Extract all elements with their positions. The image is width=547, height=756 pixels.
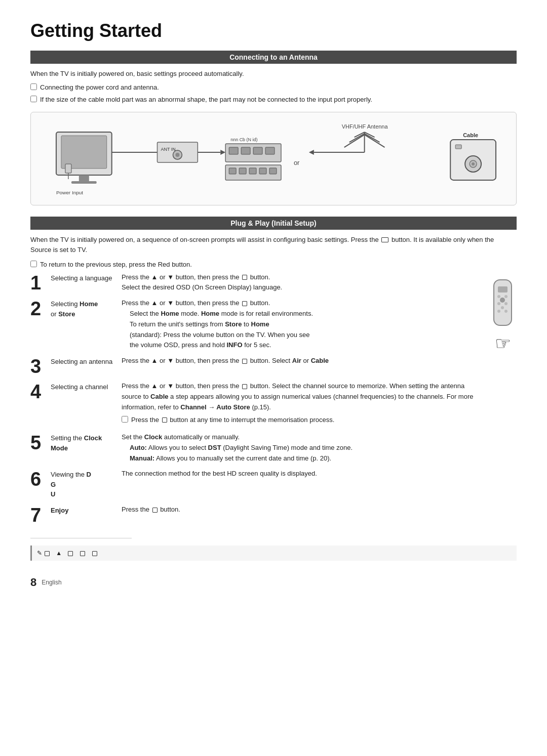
svg-rect-39 xyxy=(455,145,461,149)
enter-icon-7 xyxy=(152,508,158,513)
svg-marker-36 xyxy=(309,150,314,155)
step-1-number: 1 xyxy=(30,273,51,292)
svg-point-48 xyxy=(497,302,500,305)
svg-text:or: or xyxy=(294,158,300,166)
note-box: ✎ ▲ xyxy=(30,545,517,561)
svg-point-47 xyxy=(504,295,507,298)
page-number-area: 8 English xyxy=(30,576,517,589)
step-5: 5 Setting the ClockMode Set the Clock au… xyxy=(30,432,479,464)
note-divider xyxy=(30,538,132,538)
svg-rect-24 xyxy=(249,167,256,174)
step-6-content: The connection method for the best HD sc… xyxy=(122,469,479,479)
svg-rect-44 xyxy=(498,286,507,292)
checkbox-red-button-input[interactable] xyxy=(30,261,37,267)
svg-point-45 xyxy=(500,298,505,303)
section-plug-play-header: Plug & Play (Initial Setup) xyxy=(30,217,517,230)
step-1-label: Selecting a language xyxy=(51,272,122,283)
svg-marker-13 xyxy=(220,150,225,155)
step-5-content: Set the Clock automatically or manually.… xyxy=(122,432,479,464)
svg-rect-23 xyxy=(239,167,246,174)
step-2-label: Selecting Homeor Store xyxy=(51,298,122,319)
antenna-diagram: Power Input ANT IN nnn Cb (N id) or xyxy=(30,112,517,205)
interrupt-checkbox[interactable] xyxy=(122,416,128,423)
section-plug-play: Plug & Play (Initial Setup) When the TV … xyxy=(30,217,517,561)
step-7-content: Press the button. xyxy=(122,505,479,515)
ch-icon xyxy=(80,551,85,556)
svg-text:ANT IN: ANT IN xyxy=(161,147,175,152)
enter-icon-5 xyxy=(162,417,167,423)
svg-point-11 xyxy=(175,153,179,157)
step-6-label: Viewing the DGU xyxy=(51,469,122,499)
step-5-number: 5 xyxy=(30,433,51,452)
step-6: 6 Viewing the DGU The connection method … xyxy=(30,469,479,499)
checkbox-power-cord-input[interactable] xyxy=(30,83,37,90)
step-1: 1 Selecting a language Press the ▲ or ▼ … xyxy=(30,272,479,293)
checkbox-cable-mold-input[interactable] xyxy=(30,96,37,102)
checkbox-red-button: To return to the previous step, press th… xyxy=(30,260,517,270)
step-2: 2 Selecting Homeor Store Press the ▲ or … xyxy=(30,298,479,351)
svg-text:Cable: Cable xyxy=(463,132,478,138)
svg-rect-26 xyxy=(269,167,277,174)
checkbox-power-cord: Connecting the power cord and antenna. xyxy=(30,82,517,93)
svg-point-52 xyxy=(504,310,507,313)
remote-svg xyxy=(489,277,517,338)
antenna-intro: When the TV is initially powered on, bas… xyxy=(30,69,517,79)
step-3-label: Selecting an antenna xyxy=(51,356,122,367)
menu-icon xyxy=(45,551,50,556)
step-4-number: 4 xyxy=(30,382,51,401)
step-4: 4 Selecting a channel Press the ▲ or ▼ b… xyxy=(30,381,479,427)
svg-point-50 xyxy=(501,306,504,309)
step-1-content: Press the ▲ or ▼ button, then press the … xyxy=(122,272,479,293)
section-antenna: Connecting to an Antenna When the TV is … xyxy=(30,51,517,205)
svg-rect-18 xyxy=(265,147,275,154)
svg-point-46 xyxy=(497,295,500,298)
step-4-label: Selecting a channel xyxy=(51,381,122,392)
step-4-content: Press the ▲ or ▼ button, then press the … xyxy=(122,381,479,427)
plug-play-intro: When the TV is initially powered on, a s… xyxy=(30,235,517,256)
step-3-number: 3 xyxy=(30,357,51,376)
enter-note-icon xyxy=(92,551,97,556)
svg-rect-16 xyxy=(241,147,250,154)
svg-line-32 xyxy=(365,134,380,142)
step-7: 7 Enjoy Press the button. xyxy=(30,505,479,525)
svg-text:Power Input: Power Input xyxy=(56,189,83,195)
remote-finger-graphic: ☞ xyxy=(489,277,517,354)
step-7-label: Enjoy xyxy=(51,505,122,516)
source-icon xyxy=(68,551,73,556)
steps-list: 1 Selecting a language Press the ▲ or ▼ … xyxy=(30,272,479,530)
checkbox-red-button-label: To return to the previous step, press th… xyxy=(40,260,192,270)
svg-rect-22 xyxy=(229,167,236,174)
step-2-content: Press the ▲ or ▼ button, then press the … xyxy=(122,298,479,351)
svg-line-31 xyxy=(349,134,365,142)
svg-rect-25 xyxy=(259,167,266,174)
svg-rect-15 xyxy=(229,147,238,154)
steps-wrapper: 1 Selecting a language Press the ▲ or ▼ … xyxy=(30,272,517,530)
svg-point-49 xyxy=(504,302,507,305)
tv-icon xyxy=(381,237,388,242)
note-content: ▲ xyxy=(44,550,98,557)
svg-text:nnn Cb (N id): nnn Cb (N id) xyxy=(230,137,257,142)
svg-line-34 xyxy=(365,135,385,147)
section-antenna-header: Connecting to an Antenna xyxy=(30,51,517,64)
svg-point-42 xyxy=(472,162,475,165)
svg-rect-3 xyxy=(71,181,97,183)
svg-rect-4 xyxy=(65,163,71,173)
enter-icon-3 xyxy=(242,359,247,364)
checkbox-cable-mold-label: If the size of the cable mold part was a… xyxy=(40,95,372,105)
svg-point-51 xyxy=(497,310,500,313)
step-3-content: Press the ▲ or ▼ button, then press the … xyxy=(122,356,479,366)
finger-emoji: ☞ xyxy=(495,333,511,354)
interrupt-label: Press the button at any time to interrup… xyxy=(131,415,334,425)
step-2-number: 2 xyxy=(30,299,51,318)
svg-line-33 xyxy=(344,135,365,147)
enter-icon-4 xyxy=(242,384,247,389)
svg-text:VHF/UHF Antenna: VHF/UHF Antenna xyxy=(342,123,388,130)
step-5-label: Setting the ClockMode xyxy=(51,432,122,453)
interrupt-checkbox-line: Press the button at any time to interrup… xyxy=(122,415,479,425)
page-number: 8 xyxy=(30,576,36,589)
svg-rect-2 xyxy=(79,175,89,181)
enter-icon xyxy=(242,275,247,280)
language-label: English xyxy=(42,579,61,586)
svg-rect-17 xyxy=(253,147,262,154)
checkbox-cable-mold: If the size of the cable mold part was a… xyxy=(30,95,517,105)
